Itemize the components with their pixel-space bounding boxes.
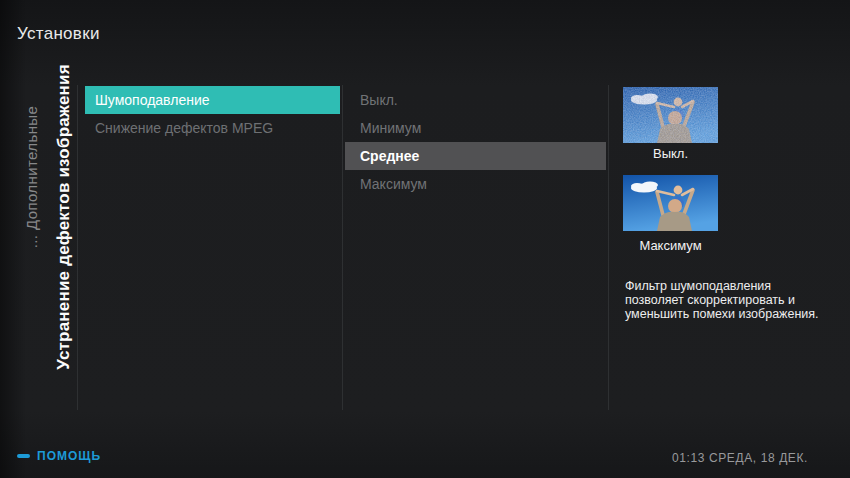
menu-item-noise-reduction[interactable]: Шумоподавление bbox=[85, 86, 340, 114]
divider-options-preview bbox=[608, 85, 609, 410]
preview-label-maximum: Максимум bbox=[623, 238, 718, 253]
menu-item-label: Снижение дефектов MPEG bbox=[95, 120, 273, 136]
page-title: Установки bbox=[17, 24, 100, 44]
divider-sidebar bbox=[77, 85, 78, 410]
divider-menu-options bbox=[342, 85, 343, 410]
preview-image-noisy bbox=[623, 87, 718, 143]
option-label: Минимум bbox=[360, 120, 421, 136]
preview-image-clean bbox=[623, 175, 718, 231]
help-button[interactable]: ПОМОЩЬ bbox=[17, 449, 101, 463]
options-list: Выкл. Минимум Среднее Максимум bbox=[345, 86, 606, 198]
option-medium[interactable]: Среднее bbox=[345, 142, 606, 170]
option-minimum[interactable]: Минимум bbox=[345, 114, 606, 142]
menu-item-label: Шумоподавление bbox=[95, 92, 210, 108]
dash-icon bbox=[17, 454, 30, 458]
tv-settings-screen: Установки ... Дополнительные Устранение … bbox=[0, 0, 850, 478]
menu-item-mpeg-reduction[interactable]: Снижение дефектов MPEG bbox=[85, 114, 340, 142]
option-maximum[interactable]: Максимум bbox=[345, 170, 606, 198]
preview-label-off: Выкл. bbox=[623, 146, 718, 161]
clock-date: 01:13 СРЕДА, 18 ДЕК. bbox=[672, 451, 808, 465]
option-label: Выкл. bbox=[360, 92, 398, 108]
sidebar-section-label: Устранение дефектов изображения bbox=[54, 64, 74, 370]
setting-description: Фильтр шумоподавления позволяет скоррект… bbox=[625, 279, 832, 321]
sidebar-category-label: ... Дополнительные bbox=[23, 106, 40, 249]
option-label: Среднее bbox=[360, 148, 419, 164]
help-label: ПОМОЩЬ bbox=[37, 449, 101, 463]
settings-menu: Шумоподавление Снижение дефектов MPEG bbox=[85, 86, 340, 142]
option-label: Максимум bbox=[360, 176, 427, 192]
option-off[interactable]: Выкл. bbox=[345, 86, 606, 114]
